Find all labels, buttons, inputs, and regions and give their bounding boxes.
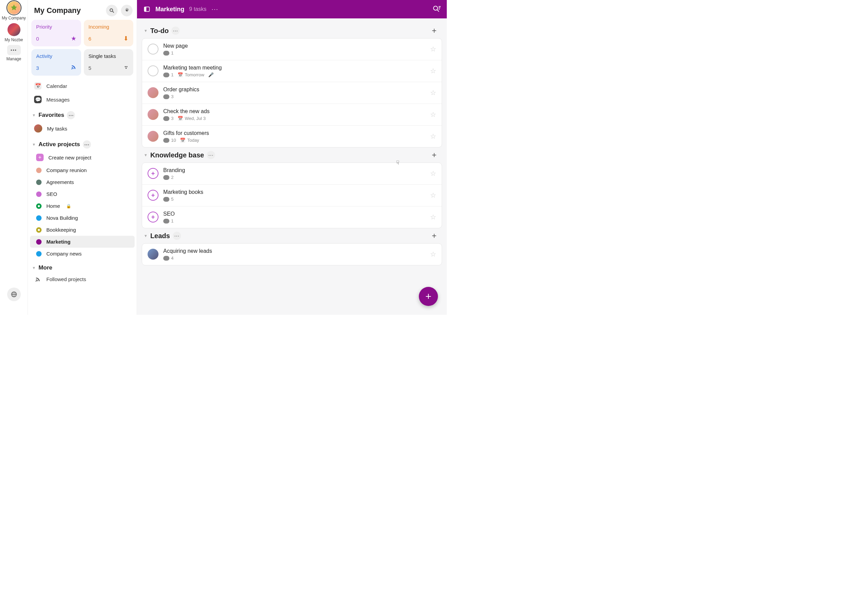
- task-list: +Branding2☆+Marketing books5☆+SEO1☆: [142, 162, 442, 228]
- task-star-button[interactable]: ☆: [430, 132, 436, 140]
- task-meta: 5: [163, 196, 425, 202]
- project-item-company-news[interactable]: Company news: [30, 248, 135, 259]
- project-item-seo[interactable]: SEO: [30, 188, 135, 200]
- project-topbar: Marketing 9 tasks ⋯: [137, 0, 447, 19]
- task-comments: 2: [163, 175, 173, 180]
- task-avatar[interactable]: +: [148, 212, 159, 223]
- project-item-home[interactable]: Home🔒: [30, 200, 135, 212]
- nav-messages[interactable]: 💬 Messages: [28, 93, 137, 106]
- nav-calendar[interactable]: 📅 Calendar: [28, 79, 137, 93]
- task-star-button[interactable]: ☆: [430, 110, 436, 119]
- sidebar-toggle-button[interactable]: [143, 5, 151, 13]
- chevron-down-icon: ▼: [144, 234, 148, 238]
- task-row[interactable]: Marketing team meeting1📅Tomorrow🎤☆: [142, 60, 442, 82]
- project-item-nova-building[interactable]: Nova Building: [30, 212, 135, 224]
- task-avatar[interactable]: [148, 44, 159, 55]
- task-row[interactable]: Order graphics3☆: [142, 82, 442, 104]
- task-meta: 3📅Wed, Jul 3: [163, 116, 425, 121]
- section-header[interactable]: ▼ To-do ⋯ +: [142, 23, 442, 38]
- rail-globe-button[interactable]: [7, 288, 21, 301]
- task-body: Marketing books5: [163, 189, 425, 202]
- task-row[interactable]: +SEO1☆: [142, 206, 442, 228]
- nav-label: Calendar: [46, 83, 67, 89]
- section-add-button[interactable]: +: [432, 150, 440, 160]
- task-avatar[interactable]: [148, 249, 159, 259]
- project-color-dot: [36, 179, 42, 185]
- tile-activity[interactable]: Activity 3: [31, 49, 81, 75]
- section-add-button[interactable]: +: [432, 231, 440, 240]
- workspace-avatar: [8, 2, 20, 14]
- search-icon: [109, 8, 115, 13]
- task-star-button[interactable]: ☆: [430, 191, 436, 199]
- project-menu-button[interactable]: ⋯: [211, 5, 219, 13]
- section-menu-button[interactable]: ⋯: [207, 151, 215, 159]
- nav-followed-projects[interactable]: Followed projects: [28, 273, 137, 285]
- task-comments: 1: [163, 218, 173, 223]
- task-list: New page1☆Marketing team meeting1📅Tomorr…: [142, 38, 442, 148]
- project-item-marketing[interactable]: Marketing: [30, 236, 135, 248]
- project-item-bookkeeping[interactable]: Bookkeeping: [30, 224, 135, 236]
- task-avatar[interactable]: +: [148, 190, 159, 201]
- task-star-button[interactable]: ☆: [430, 45, 436, 53]
- section-menu-button[interactable]: ⋯: [67, 111, 75, 119]
- task-comments: 5: [163, 196, 173, 202]
- project-item-company-reunion[interactable]: Company reunion: [30, 164, 135, 176]
- task-row[interactable]: +Marketing books5☆: [142, 185, 442, 206]
- tile-incoming[interactable]: Incoming 6 ⬇: [84, 20, 134, 46]
- settings-button[interactable]: [121, 5, 132, 16]
- task-row[interactable]: New page1☆: [142, 39, 442, 60]
- task-avatar[interactable]: [148, 87, 159, 98]
- panel-icon: [143, 6, 150, 13]
- section-add-button[interactable]: +: [432, 26, 440, 35]
- comment-icon: [163, 175, 169, 180]
- project-color-dot: [36, 227, 42, 233]
- tile-single-tasks[interactable]: Single tasks 5: [84, 49, 134, 75]
- task-avatar[interactable]: [148, 65, 159, 76]
- task-star-button[interactable]: ☆: [430, 169, 436, 178]
- chevron-down-icon: ▼: [32, 142, 36, 146]
- task-row[interactable]: Gifts for customers10📅Today☆: [142, 126, 442, 147]
- svg-point-8: [126, 68, 127, 69]
- tile-priority[interactable]: Priority 0 ★: [31, 20, 81, 46]
- task-star-button[interactable]: ☆: [430, 250, 436, 258]
- add-task-fab[interactable]: +: [419, 287, 438, 306]
- more-section-header[interactable]: ▼ More: [28, 259, 137, 273]
- task-name: Marketing team meeting: [163, 65, 425, 71]
- task-star-button[interactable]: ☆: [430, 89, 436, 97]
- favorite-my-tasks[interactable]: My tasks: [28, 121, 137, 135]
- task-row[interactable]: Check the new ads3📅Wed, Jul 3☆: [142, 104, 442, 126]
- projects-section-header[interactable]: ▼ Active projects ⋯: [28, 135, 137, 151]
- task-meta: 3: [163, 94, 425, 99]
- task-row[interactable]: Acquiring new leads4☆: [142, 244, 442, 265]
- task-body: Marketing team meeting1📅Tomorrow🎤: [163, 65, 425, 77]
- calendar-icon: 📅: [178, 72, 183, 77]
- task-row[interactable]: +Branding2☆: [142, 163, 442, 185]
- favorite-label: My tasks: [47, 126, 67, 132]
- task-avatar[interactable]: [148, 109, 159, 120]
- project-label: Nova Building: [46, 215, 78, 221]
- comment-icon: [163, 72, 169, 77]
- tile-name: Priority: [36, 24, 76, 30]
- section-menu-button[interactable]: ⋯: [172, 27, 179, 35]
- section-header[interactable]: ▼ Leads ⋯ +: [142, 228, 442, 243]
- task-meta: 10📅Today: [163, 138, 425, 143]
- search-button[interactable]: [106, 5, 118, 16]
- comment-icon: [163, 51, 169, 55]
- filter-button[interactable]: [433, 5, 441, 14]
- rail-workspace-mynozbe[interactable]: My Nozbe: [0, 23, 28, 42]
- section-header[interactable]: ▼ Knowledge base ⋯ +: [142, 148, 442, 162]
- create-project-button[interactable]: + Create new project: [30, 151, 135, 164]
- project-item-agreements[interactable]: Agreements: [30, 176, 135, 188]
- project-label: Company reunion: [46, 167, 87, 173]
- task-star-button[interactable]: ☆: [430, 213, 436, 221]
- rail-workspace-company[interactable]: My Company: [0, 2, 28, 20]
- task-avatar[interactable]: [148, 131, 159, 142]
- section-menu-button[interactable]: ⋯: [173, 232, 181, 240]
- task-avatar[interactable]: +: [148, 168, 159, 179]
- project-label: Marketing: [46, 239, 71, 245]
- rail-manage[interactable]: ••• Manage: [0, 45, 28, 61]
- task-star-button[interactable]: ☆: [430, 67, 436, 75]
- favorites-section-header[interactable]: ▼ Favorites ⋯: [28, 106, 137, 121]
- section-menu-button[interactable]: ⋯: [83, 140, 91, 149]
- project-color-dot: [36, 215, 42, 221]
